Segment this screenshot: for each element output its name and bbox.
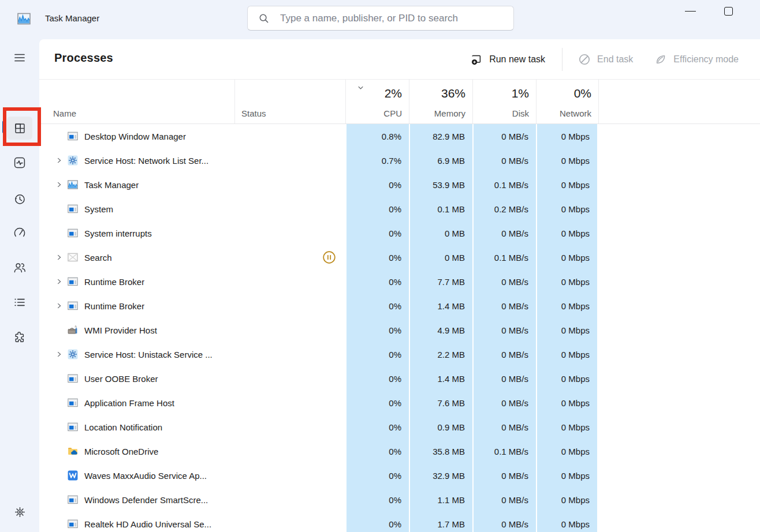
process-status-cell (234, 197, 345, 221)
table-row[interactable]: Waves MaxxAudio Service Ap... 0% 32.9 MB… (39, 463, 760, 488)
row-filler (598, 318, 760, 342)
table-row[interactable]: Service Host: Unistack Service ... 0% 2.… (39, 342, 760, 366)
sidebar-item-app-history[interactable] (7, 186, 32, 212)
selected-indicator (2, 121, 5, 133)
page-title: Processes (54, 51, 113, 65)
table-row[interactable]: Runtime Broker 0% 1.4 MB 0 MB/s 0 Mbps (39, 294, 760, 318)
process-name: Runtime Broker (84, 277, 144, 287)
table-row[interactable]: Microsoft OneDrive 0% 35.8 MB 0.1 MB/s 0… (39, 439, 760, 463)
window-process-icon (68, 373, 78, 384)
column-header-network[interactable]: 0% Network (536, 80, 598, 123)
column-header-extra (598, 80, 760, 123)
row-filler (598, 439, 760, 463)
search-input[interactable] (280, 13, 513, 24)
memory-cell: 4.9 MB (409, 318, 472, 342)
app-icon (16, 12, 32, 25)
sidebar-item-users[interactable] (7, 255, 32, 280)
waves-process-icon (68, 470, 78, 481)
table-row[interactable]: Task Manager 0% 53.9 MB 0.1 MB/s 0 Mbps (39, 173, 760, 197)
network-cell: 0 Mbps (536, 221, 598, 245)
startup-apps-icon (13, 226, 27, 240)
cpu-cell: 0% (345, 366, 409, 391)
network-cell: 0 Mbps (536, 488, 598, 512)
table-row[interactable]: Windows Defender SmartScre... 0% 1.1 MB … (39, 488, 760, 512)
row-filler (598, 245, 760, 269)
sidebar-item-settings[interactable] (7, 499, 32, 524)
table-row[interactable]: System interrupts 0% 0 MB 0 MB/s 0 Mbps (39, 221, 760, 245)
sidebar-item-services[interactable] (7, 324, 32, 350)
process-name-cell: Task Manager (39, 173, 234, 197)
cpu-cell: 0% (345, 221, 409, 245)
window-title: Task Manager (45, 13, 99, 23)
column-header-memory[interactable]: 36% Memory (409, 80, 472, 123)
taskmgr-process-icon (68, 179, 78, 190)
process-name: Microsoft OneDrive (84, 447, 158, 456)
expand-chevron-icon (55, 181, 63, 189)
table-row[interactable]: Service Host: Network List Ser... 0.7% 6… (39, 148, 760, 173)
sidebar-item-details[interactable] (7, 290, 32, 315)
table-row[interactable]: Search 0% 0 MB 0.1 MB/s 0 Mbps (39, 245, 760, 269)
table-row[interactable]: WMI Provider Host 0% 4.9 MB 0 MB/s 0 Mbp… (39, 318, 760, 342)
search-icon (258, 13, 270, 24)
network-column-label: Network (560, 108, 591, 118)
searchapp-process-icon (68, 252, 78, 263)
table-row[interactable]: Desktop Window Manager 0.8% 82.9 MB 0 MB… (39, 124, 760, 148)
process-name-cell: Location Notification (39, 415, 234, 439)
settings-icon (14, 506, 26, 518)
menu-button[interactable] (7, 45, 32, 70)
process-table-body: Desktop Window Manager 0.8% 82.9 MB 0 MB… (39, 124, 760, 532)
end-task-button[interactable]: End task (578, 53, 633, 66)
cpu-cell: 0% (345, 197, 409, 221)
disk-cell: 0 MB/s (472, 148, 536, 173)
processes-icon (13, 122, 27, 135)
column-header-status[interactable]: Status (234, 80, 345, 123)
row-filler (598, 173, 760, 197)
leaf-icon (654, 53, 667, 66)
table-row[interactable]: Location Notification 0% 0.9 MB 0 MB/s 0… (39, 415, 760, 439)
sidebar-item-startup-apps[interactable] (7, 220, 32, 246)
search-box[interactable] (247, 6, 514, 31)
table-row[interactable]: User OOBE Broker 0% 1.4 MB 0 MB/s 0 Mbps (39, 366, 760, 391)
row-filler (598, 463, 760, 488)
app-history-icon (13, 192, 27, 206)
process-name: Waves MaxxAudio Service Ap... (84, 471, 207, 481)
cpu-cell: 0% (345, 342, 409, 366)
process-status-cell (234, 173, 345, 197)
column-header-name[interactable]: Name (39, 80, 234, 123)
cpu-total-percent: 2% (385, 87, 402, 100)
table-row[interactable]: Runtime Broker 0% 7.7 MB 0 MB/s 0 Mbps (39, 269, 760, 294)
network-cell: 0 Mbps (536, 366, 598, 391)
process-status-cell (234, 148, 345, 173)
cpu-cell: 0% (345, 294, 409, 318)
column-header-cpu[interactable]: 2% CPU (345, 80, 409, 123)
cpu-cell: 0% (345, 245, 409, 269)
network-cell: 0 Mbps (536, 173, 598, 197)
minimize-button[interactable] (677, 0, 703, 22)
pause-icon (322, 250, 336, 264)
network-cell: 0 Mbps (536, 512, 598, 532)
process-status-cell (234, 415, 345, 439)
window-process-icon (68, 204, 78, 214)
window-process-icon (68, 276, 78, 287)
disk-cell: 0.1 MB/s (472, 173, 536, 197)
disk-cell: 0 MB/s (472, 294, 536, 318)
maximize-icon (724, 7, 733, 16)
disk-cell: 0 MB/s (472, 512, 536, 532)
sidebar-item-performance[interactable] (7, 150, 32, 175)
run-new-task-button[interactable]: Run new task (470, 53, 545, 66)
table-row[interactable]: Application Frame Host 0% 7.6 MB 0 MB/s … (39, 391, 760, 415)
process-name: System interrupts (84, 228, 152, 238)
sidebar-item-processes[interactable] (7, 117, 32, 140)
name-column-label: Name (53, 108, 76, 118)
network-cell: 0 Mbps (536, 269, 598, 294)
column-header-disk[interactable]: 1% Disk (472, 80, 536, 123)
network-cell: 0 Mbps (536, 415, 598, 439)
gear-process-icon (68, 155, 78, 166)
table-row[interactable]: Realtek HD Audio Universal Se... 0% 1.7 … (39, 512, 760, 532)
table-row[interactable]: System 0% 0.1 MB 0.2 MB/s 0 Mbps (39, 197, 760, 221)
disk-cell: 0 MB/s (472, 318, 536, 342)
efficiency-mode-button[interactable]: Efficiency mode (654, 53, 739, 66)
memory-cell: 1.4 MB (409, 294, 472, 318)
maximize-button[interactable] (715, 0, 742, 22)
row-filler (598, 366, 760, 391)
